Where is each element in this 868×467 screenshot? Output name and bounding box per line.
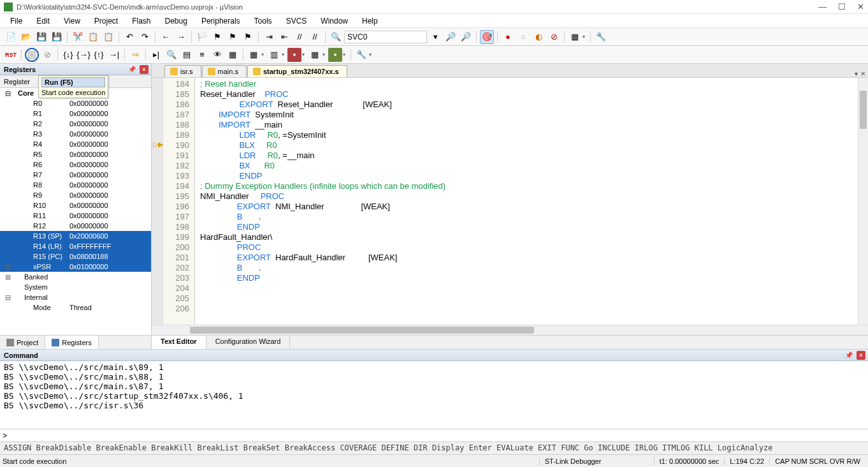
step-over-icon[interactable]: {→} <box>76 48 90 62</box>
register-r4[interactable]: R40x00000000 <box>0 139 151 149</box>
menu-flash[interactable]: Flash <box>126 15 157 27</box>
serial-icon[interactable]: ▦ <box>247 48 261 62</box>
register-r13sp[interactable]: R13 (SP)0x20000600 <box>0 231 151 241</box>
register-tree[interactable]: ⊟CoreR00x00000000R10x00000000R20x0000000… <box>0 88 151 335</box>
menu-peripherals[interactable]: Peripherals <box>195 15 247 27</box>
reset-icon[interactable]: RST <box>4 48 18 62</box>
register-r7[interactable]: R70x00000000 <box>0 170 151 180</box>
menu-edit[interactable]: Edit <box>30 15 56 27</box>
trace3-icon[interactable]: ▪ <box>328 48 342 62</box>
vertical-scrollbar[interactable] <box>858 78 868 325</box>
menu-window[interactable]: Window <box>314 15 354 27</box>
analysis-icon[interactable]: ▥ <box>267 48 281 62</box>
register-r1[interactable]: R10x00000000 <box>0 108 151 119</box>
debug-config-icon[interactable]: 🎯 <box>480 30 494 44</box>
register-r5[interactable]: R50x00000000 <box>0 149 151 159</box>
uncomment-icon[interactable]: // <box>308 30 322 44</box>
horizontal-scrollbar[interactable] <box>152 325 868 335</box>
menu-svcs[interactable]: SVCS <box>280 15 314 27</box>
menu-file[interactable]: File <box>4 15 29 27</box>
find-icon[interactable]: 🔎 <box>444 30 458 44</box>
toolbox-icon[interactable]: 🔧 <box>354 48 368 62</box>
run-button[interactable] <box>25 48 39 62</box>
save-all-icon[interactable]: 💾 <box>50 30 64 44</box>
code-content[interactable]: ; Reset handlerReset_Handler PROC EXPORT… <box>195 78 858 325</box>
bp-toggle-icon[interactable]: ● <box>501 30 515 44</box>
register-r11[interactable]: R110x00000000 <box>0 211 151 221</box>
show-next-icon[interactable]: ⇒ <box>128 48 142 62</box>
register-r14lr[interactable]: R14 (LR)0xFFFFFFFF <box>0 241 151 251</box>
register-r8[interactable]: R80x00000000 <box>0 180 151 190</box>
comment-icon[interactable]: // <box>293 30 307 44</box>
redo-icon[interactable]: ↷ <box>138 30 152 44</box>
register-r12[interactable]: R120x00000000 <box>0 221 151 231</box>
stop-icon[interactable]: ⊘ <box>40 48 54 62</box>
file-tab-isr-s[interactable]: isr.s <box>164 65 201 77</box>
reg-group-system[interactable]: System <box>0 282 151 292</box>
copy-icon[interactable]: 📋 <box>86 30 100 44</box>
paste-icon[interactable]: 📋 <box>101 30 115 44</box>
find-next-icon[interactable]: 🔎 <box>459 30 473 44</box>
left-tab-project[interactable]: Project <box>0 336 45 349</box>
cut-icon[interactable]: ✂️ <box>71 30 85 44</box>
register-mode[interactable]: ModeThread <box>0 302 151 313</box>
menu-project[interactable]: Project <box>88 15 124 27</box>
command-output[interactable]: BS \\svcDemo\../src/main.s\89, 1 BS \\sv… <box>0 361 868 429</box>
maximize-button[interactable]: ☐ <box>838 2 846 11</box>
trace1-icon[interactable]: ▪ <box>287 48 301 62</box>
registers-window-icon[interactable]: ▤ <box>180 48 194 62</box>
bp-disable-icon[interactable]: ○ <box>516 30 530 44</box>
menu-view[interactable]: View <box>57 15 87 27</box>
menu-debug[interactable]: Debug <box>159 15 194 27</box>
tab-list-icon[interactable]: ▾ <box>855 70 858 77</box>
editor-tab-configuration-wizard[interactable]: Configuration Wizard <box>206 336 291 349</box>
reg-group-banked[interactable]: ⊞Banked <box>0 272 151 282</box>
menu-help[interactable]: Help <box>356 15 384 27</box>
register-xpsr[interactable]: ⊞xPSR0x01000000 <box>0 262 151 272</box>
nav-fwd-icon[interactable]: → <box>174 30 188 44</box>
indent-icon[interactable]: ⇥ <box>262 30 276 44</box>
file-tab-startup-stm32f407xx-s[interactable]: startup_stm32f407xx.s <box>247 65 347 77</box>
step-into-icon[interactable]: {↓} <box>61 48 75 62</box>
outdent-icon[interactable]: ⇤ <box>277 30 291 44</box>
bp-killall-icon[interactable]: ⊘ <box>547 30 561 44</box>
register-r6[interactable]: R60x00000000 <box>0 159 151 170</box>
left-tab-registers[interactable]: Registers <box>45 336 98 349</box>
tools-icon[interactable]: 🔧 <box>594 30 608 44</box>
run-to-cursor-icon[interactable]: →| <box>107 48 121 62</box>
editor-tab-text-editor[interactable]: Text Editor <box>152 336 206 349</box>
minimize-button[interactable]: — <box>818 2 827 11</box>
bookmark-icon[interactable]: 🏳️ <box>195 30 209 44</box>
register-r10[interactable]: R100x00000000 <box>0 200 151 211</box>
file-tab-main-s[interactable]: main.s <box>202 65 247 77</box>
pin-icon[interactable]: 📌 <box>128 66 136 73</box>
close-button[interactable]: ✕ <box>857 2 864 11</box>
new-file-icon[interactable]: 📄 <box>4 30 18 44</box>
undo-icon[interactable]: ↶ <box>122 30 136 44</box>
combo-dd-icon[interactable]: ▾ <box>428 30 442 44</box>
target-combo[interactable] <box>344 31 427 43</box>
code-editor[interactable]: ▷▶ 1841851861871881891901911921931941951… <box>152 78 868 325</box>
bookmark-next-icon[interactable]: ⚑ <box>226 30 240 44</box>
trace2-icon[interactable]: ▦ <box>308 48 322 62</box>
open-file-icon[interactable]: 📂 <box>19 30 33 44</box>
panel-close-icon[interactable]: × <box>140 65 148 74</box>
command-input[interactable] <box>7 431 865 440</box>
window-layout-icon[interactable]: ▦ <box>568 30 582 44</box>
bp-kill-icon[interactable]: ◐ <box>532 30 546 44</box>
reg-group-internal[interactable]: ⊟Internal <box>0 292 151 302</box>
menu-tools[interactable]: Tools <box>248 15 278 27</box>
nav-back-icon[interactable]: ← <box>159 30 173 44</box>
callstack-icon[interactable]: ≡ <box>195 48 209 62</box>
watch-icon[interactable]: 👁 <box>210 48 224 62</box>
register-r3[interactable]: R30x00000000 <box>0 129 151 139</box>
find-folder-icon[interactable]: 🔍 <box>329 30 343 44</box>
tab-close-icon[interactable]: ✕ <box>860 70 865 77</box>
register-r15pc[interactable]: R15 (PC)0x08000188 <box>0 251 151 262</box>
save-icon[interactable]: 💾 <box>34 30 48 44</box>
cmd-pin-icon[interactable]: 📌 <box>845 352 853 359</box>
bookmark-clear-icon[interactable]: ⚑ <box>241 30 255 44</box>
register-r0[interactable]: R00x00000000 <box>0 98 151 108</box>
disassembly-icon[interactable]: 🔍 <box>164 48 178 62</box>
bookmark-prev-icon[interactable]: ⚑ <box>210 30 224 44</box>
